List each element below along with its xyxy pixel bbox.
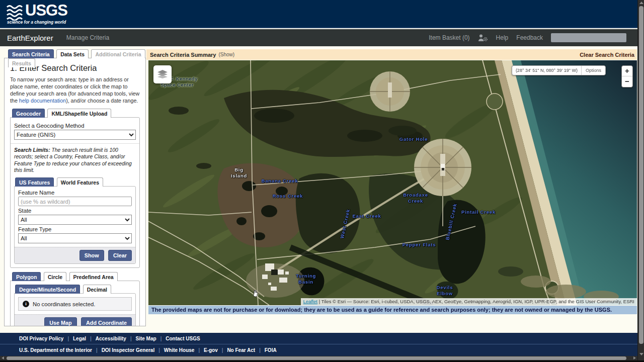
- vertical-scrollbar-thumb[interactable]: [639, 6, 643, 344]
- horizontal-scrollbar-thumb[interactable]: [7, 356, 626, 360]
- tab-data-sets[interactable]: Data Sets: [56, 49, 89, 58]
- help-documentation-link[interactable]: help documentation: [19, 98, 66, 104]
- scroll-down-arrow-icon[interactable]: [639, 353, 643, 355]
- nav-item-basket[interactable]: Item Basket (0): [429, 34, 469, 41]
- separator: |: [160, 336, 162, 341]
- nav-help[interactable]: Help: [496, 34, 509, 41]
- page-footer: DOI Privacy Policy| Legal| Accessibility…: [0, 333, 637, 356]
- feature-buttons-strip: Show Clear: [15, 247, 135, 263]
- horizontal-scrollbar[interactable]: [0, 356, 637, 360]
- nav-manage-criteria[interactable]: Manage Criteria: [66, 34, 109, 41]
- coordinates-box: No coordinates selected. Use Map Add Coo…: [14, 293, 136, 326]
- tab-search-criteria[interactable]: Search Criteria: [8, 49, 54, 58]
- clear-button[interactable]: Clear: [108, 250, 132, 261]
- tab-additional-criteria[interactable]: Additional Criteria: [91, 49, 145, 58]
- area-tabs: Polygon Circle Predefined Area: [10, 272, 140, 281]
- usgs-tagline: science for a changing world: [7, 20, 66, 25]
- search-limits-text: Search Limits: The search result limit i…: [14, 147, 136, 174]
- footer-foia[interactable]: FOIA: [265, 347, 277, 353]
- map-disclaimer: The provided maps are not for purchase o…: [148, 306, 637, 314]
- footer-doi-inspector[interactable]: DOI Inspector General: [102, 347, 155, 353]
- zoom-out-button[interactable]: −: [622, 76, 632, 87]
- footer-accessibility[interactable]: Accessibility: [96, 336, 126, 341]
- tab-polygon[interactable]: Polygon: [12, 272, 41, 281]
- layers-control[interactable]: [153, 65, 172, 83]
- geocoding-method-label: Select a Geocoding Method: [14, 123, 136, 129]
- tab-decimal[interactable]: Decimal: [83, 285, 111, 294]
- footer-no-fear-act[interactable]: No Fear Act: [227, 347, 255, 353]
- no-coordinates-message: No coordinates selected.: [18, 297, 132, 311]
- tab-kml-upload[interactable]: KML/Shapefile Upload: [47, 109, 111, 118]
- use-map-button[interactable]: Use Map: [44, 317, 76, 326]
- geocoder-tabs: Geocoder KML/Shapefile Upload: [10, 109, 140, 117]
- zoom-in-button[interactable]: +: [622, 66, 632, 76]
- info-icon: [23, 301, 29, 307]
- footer-contact-usgs[interactable]: Contact USGS: [166, 336, 200, 341]
- clear-search-criteria-link[interactable]: Clear Search Criteria: [580, 52, 634, 58]
- tab-us-features[interactable]: US Features: [15, 177, 54, 187]
- usgs-logo[interactable]: USGS science for a changing world: [6, 3, 67, 21]
- separator: |: [222, 347, 223, 353]
- footer-doi-privacy-policy[interactable]: DOI Privacy Policy: [19, 336, 63, 341]
- footer-legal[interactable]: Legal: [73, 336, 86, 341]
- geocoding-method-select[interactable]: Feature (GNIS): [14, 130, 136, 140]
- layers-icon: [157, 69, 168, 79]
- feature-name-input[interactable]: [18, 197, 132, 206]
- separator: |: [130, 336, 132, 341]
- user-gear-icon[interactable]: [478, 34, 488, 42]
- separator: |: [96, 347, 98, 353]
- intro-text: To narrow your search area: type in an a…: [10, 76, 140, 105]
- footer-dept-interior[interactable]: U.S. Department of the Interior: [19, 347, 92, 353]
- footer-white-house[interactable]: White House: [164, 347, 195, 353]
- hand-cursor-icon: [252, 289, 260, 298]
- tab-circle[interactable]: Circle: [44, 272, 66, 281]
- username-box: [551, 33, 626, 42]
- feature-tabs: US Features World Features: [14, 177, 136, 186]
- scroll-up-arrow-icon[interactable]: [639, 2, 643, 4]
- separator: |: [198, 347, 200, 353]
- tab-geocoder[interactable]: Geocoder: [12, 109, 45, 118]
- map-viewport[interactable]: John F. Kennedy Space Center Gator Hole …: [148, 60, 637, 305]
- separator: |: [90, 336, 92, 341]
- tab-predefined-area[interactable]: Predefined Area: [69, 272, 118, 281]
- tab-results[interactable]: Results: [8, 58, 35, 67]
- polygon-section: Degree/Minute/Second Decimal No coordina…: [10, 281, 140, 326]
- leaflet-link[interactable]: Leaflet: [303, 299, 318, 304]
- summary-show-toggle[interactable]: (Show): [218, 52, 234, 57]
- feature-name-label: Feature Name: [18, 190, 132, 196]
- state-label: State: [18, 208, 132, 214]
- summary-title: Search Criteria Summary: [150, 52, 216, 58]
- state-select[interactable]: All: [18, 215, 132, 225]
- show-button[interactable]: Show: [79, 250, 104, 261]
- map-attribution: Leaflet | Tiles © Esri — Source: Esri, i…: [301, 298, 637, 305]
- no-coordinates-text: No coordinates selected.: [33, 301, 95, 307]
- search-criteria-summary-bar: Search Criteria Summary (Show) Clear Sea…: [146, 49, 637, 60]
- attribution-text: | Tiles © Esri — Source: Esri, i-cubed, …: [317, 299, 634, 304]
- add-coordinate-button[interactable]: Add Coordinate: [81, 317, 132, 326]
- limits-bold: Search Limits:: [14, 147, 50, 153]
- app-nav-bar: EarthExplorer Manage Criteria Item Baske…: [0, 29, 637, 46]
- us-features-box: Feature Name State All Feature Type All …: [14, 186, 136, 264]
- nav-feedback[interactable]: Feedback: [516, 34, 543, 41]
- geocoder-section: Select a Geocoding Method Feature (GNIS)…: [10, 117, 140, 268]
- map-options-button[interactable]: Options: [582, 66, 605, 75]
- vertical-scrollbar[interactable]: [637, 0, 644, 360]
- app-title[interactable]: EarthExplorer: [7, 34, 53, 42]
- scroll-right-arrow-icon[interactable]: [633, 356, 636, 359]
- usgs-waves-icon: [6, 5, 25, 21]
- satellite-imagery: [148, 60, 637, 305]
- tab-world-features[interactable]: World Features: [57, 177, 103, 187]
- tab-dms[interactable]: Degree/Minute/Second: [15, 285, 80, 294]
- separator: |: [158, 347, 160, 353]
- usgs-header: USGS science for a changing world: [0, 0, 637, 28]
- footer-site-map[interactable]: Site Map: [136, 336, 156, 341]
- separator: |: [67, 336, 69, 341]
- cursor-coordinates: (28° 34' 51" N, 080° 39' 19" W): [512, 66, 582, 75]
- intro-after: ), and/or choose a date range.: [66, 98, 138, 104]
- scroll-left-arrow-icon[interactable]: [2, 356, 4, 359]
- feature-type-select[interactable]: All: [18, 233, 132, 243]
- panel-body: 1. Enter Search Criteria To narrow your …: [4, 58, 146, 326]
- footer-egov[interactable]: E-gov: [204, 347, 218, 353]
- feature-type-label: Feature Type: [18, 226, 132, 232]
- separator: |: [259, 347, 261, 353]
